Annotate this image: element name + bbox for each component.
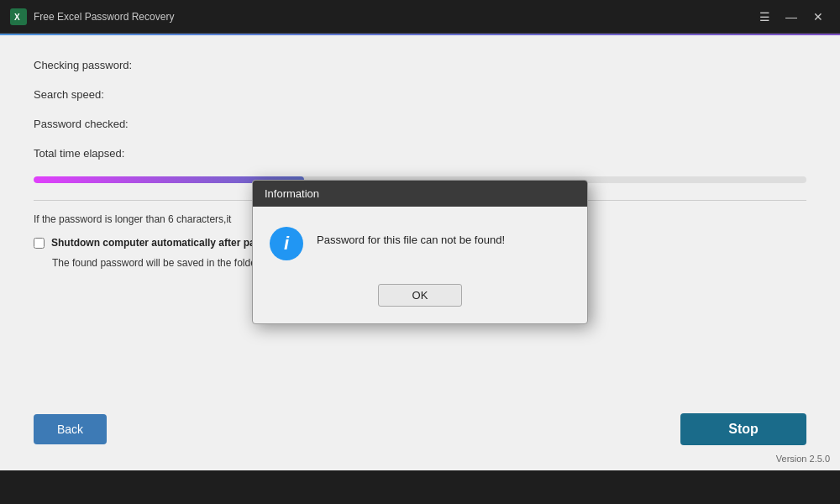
- ok-button[interactable]: OK: [378, 284, 463, 307]
- dialog-footer: OK: [253, 277, 587, 323]
- information-dialog: Information i Password for this file can…: [252, 180, 588, 324]
- dialog-message: Password for this file can not be found!: [317, 227, 505, 246]
- dialog-overlay: Information i Password for this file can…: [0, 0, 840, 504]
- dialog-title: Information: [265, 187, 319, 200]
- info-icon: i: [270, 227, 303, 260]
- dialog-titlebar: Information: [253, 181, 587, 207]
- dialog-body: i Password for this file can not be foun…: [253, 207, 587, 277]
